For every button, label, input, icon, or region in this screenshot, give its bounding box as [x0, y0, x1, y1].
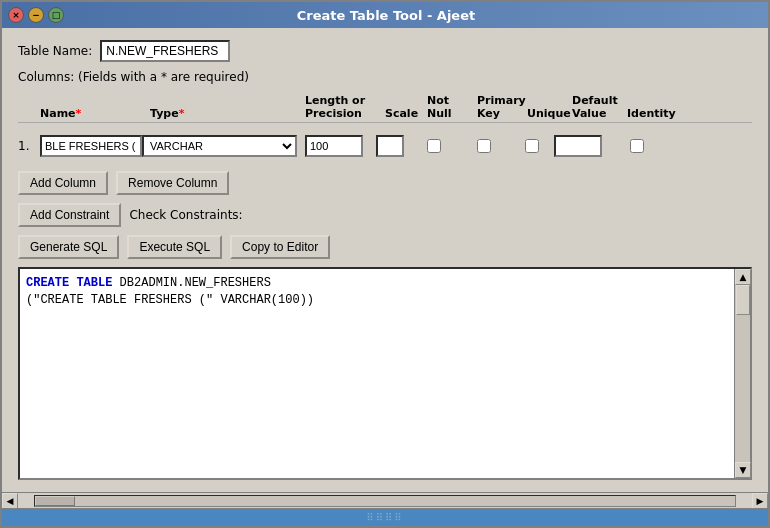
row-number: 1.	[18, 139, 40, 153]
sql-line-2: ("CREATE TABLE FRESHERS (" VARCHAR(100))	[26, 292, 728, 309]
remove-column-button[interactable]: Remove Column	[116, 171, 229, 195]
sql-output[interactable]: CREATE TABLE DB2ADMIN.NEW_FRESHERS ("CRE…	[20, 269, 734, 478]
horizontal-scrollbar[interactable]	[34, 495, 736, 507]
columns-header: Name* Type* Length or Precision Scale No…	[18, 92, 752, 123]
window-title: Create Table Tool - Ajeet	[70, 8, 702, 23]
title-bar: × − □ Create Table Tool - Ajeet	[2, 2, 768, 28]
buttons-row-2: Add Constraint Check Constraints:	[18, 203, 752, 227]
column-name-cell	[40, 135, 142, 157]
vertical-scrollbar[interactable]: ▲ ▼	[734, 269, 750, 478]
column-scale-cell	[367, 135, 409, 157]
table-name-label: Table Name:	[18, 44, 92, 58]
column-default-cell	[554, 135, 609, 157]
column-pk-checkbox[interactable]	[477, 139, 491, 153]
header-primary-key: Primary Key	[477, 94, 527, 120]
sql-line1-text: DB2ADMIN.NEW_FRESHERS	[112, 276, 270, 290]
table-name-row: Table Name:	[18, 40, 752, 62]
sql-keyword-create: CREATE TABLE	[26, 276, 112, 290]
column-type-select[interactable]: VARCHAR INTEGER CHAR DATE TIMESTAMP DECI…	[142, 135, 297, 157]
copy-to-editor-button[interactable]: Copy to Editor	[230, 235, 330, 259]
close-button[interactable]: ×	[8, 7, 24, 23]
add-constraint-button[interactable]: Add Constraint	[18, 203, 121, 227]
window-controls: × − □	[8, 7, 64, 23]
table-row: 1. VARCHAR INTEGER CHAR DATE TIMESTAMP D…	[18, 133, 752, 159]
bottom-scrollbar-area: ◀ ▶	[2, 492, 768, 508]
scroll-right-button[interactable]: ▶	[752, 493, 768, 509]
column-default-input[interactable]	[554, 135, 602, 157]
column-unique-cell	[509, 139, 554, 153]
scroll-thumb[interactable]	[736, 285, 750, 315]
header-name: Name*	[40, 107, 150, 120]
scroll-down-button[interactable]: ▼	[735, 462, 751, 478]
column-name-input[interactable]	[40, 135, 142, 157]
column-length-cell	[297, 135, 363, 157]
column-unique-checkbox[interactable]	[525, 139, 539, 153]
column-notnull-cell	[409, 139, 459, 153]
table-name-input[interactable]	[100, 40, 230, 62]
column-scale-input[interactable]	[376, 135, 404, 157]
generate-sql-button[interactable]: Generate SQL	[18, 235, 119, 259]
sql-output-panel: CREATE TABLE DB2ADMIN.NEW_FRESHERS ("CRE…	[18, 267, 752, 480]
h-scroll-thumb[interactable]	[35, 496, 75, 506]
window-bottom-bar: ⠿⠿⠿⠿	[2, 508, 768, 526]
header-scale: Scale	[385, 107, 427, 120]
header-unique: Unique	[527, 107, 572, 120]
scroll-track	[735, 285, 750, 462]
scroll-up-button[interactable]: ▲	[735, 269, 751, 285]
column-type-cell: VARCHAR INTEGER CHAR DATE TIMESTAMP DECI…	[142, 135, 297, 157]
scroll-left-button[interactable]: ◀	[2, 493, 18, 509]
main-window: × − □ Create Table Tool - Ajeet Table Na…	[0, 0, 770, 528]
bottom-bar-decoration: ⠿⠿⠿⠿	[366, 512, 403, 523]
header-default-value: Default Value	[572, 94, 627, 120]
sql-line2-text: ("CREATE TABLE FRESHERS (" VARCHAR(100))	[26, 293, 314, 307]
column-length-input[interactable]	[305, 135, 363, 157]
header-identity: Identity	[627, 107, 682, 120]
column-notnull-checkbox[interactable]	[427, 139, 441, 153]
add-column-button[interactable]: Add Column	[18, 171, 108, 195]
execute-sql-button[interactable]: Execute SQL	[127, 235, 222, 259]
maximize-button[interactable]: □	[48, 7, 64, 23]
sql-buttons-row: Generate SQL Execute SQL Copy to Editor	[18, 235, 752, 259]
buttons-row-1: Add Column Remove Column	[18, 171, 752, 195]
header-not-null: Not Null	[427, 94, 477, 120]
column-identity-cell	[609, 139, 664, 153]
header-type: Type*	[150, 107, 305, 120]
content-area: Table Name: Columns: (Fields with a * ar…	[2, 28, 768, 492]
minimize-button[interactable]: −	[28, 7, 44, 23]
sql-output-container: CREATE TABLE DB2ADMIN.NEW_FRESHERS ("CRE…	[18, 267, 752, 480]
column-pk-cell	[459, 139, 509, 153]
column-identity-checkbox[interactable]	[630, 139, 644, 153]
header-length: Length or Precision	[305, 94, 385, 120]
check-constraints-label: Check Constraints:	[129, 208, 242, 222]
sql-line-1: CREATE TABLE DB2ADMIN.NEW_FRESHERS	[26, 275, 728, 292]
columns-info: Columns: (Fields with a * are required)	[18, 70, 752, 84]
